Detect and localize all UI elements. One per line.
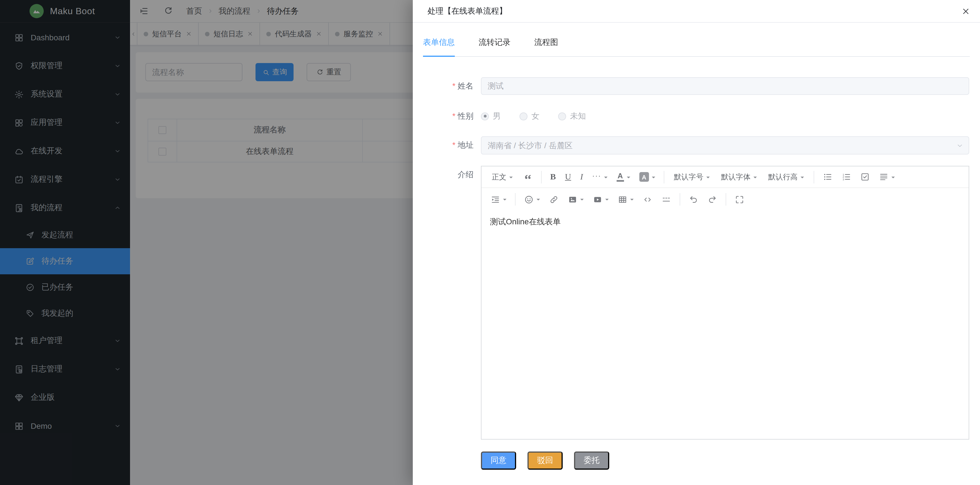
caret-down-icon: [630, 199, 634, 202]
address-cascader[interactable]: 湖南省 / 长沙市 / 岳麓区: [481, 136, 969, 154]
caret-down-icon: [536, 199, 540, 202]
fullscreen-icon: [735, 194, 745, 204]
todo-list-button[interactable]: [856, 170, 874, 184]
caret-down-icon: [605, 199, 609, 202]
insert-video-dropdown[interactable]: [588, 192, 613, 207]
editor-content[interactable]: 测试Online在线表单: [482, 211, 969, 439]
align-icon: [879, 172, 889, 182]
toolbar-divider: [664, 171, 664, 183]
redo-icon: [708, 194, 717, 204]
insert-link-button[interactable]: [544, 192, 563, 207]
caret-down-icon: [509, 177, 513, 180]
undo-icon: [689, 194, 698, 204]
underline-button[interactable]: U: [560, 170, 576, 184]
form-row-address: 地址 湖南省 / 长沙市 / 岳麓区: [413, 136, 980, 154]
caret-down-icon: [627, 177, 630, 180]
toolbar-divider: [679, 193, 680, 205]
chevron-down-icon: [956, 142, 964, 149]
caret-down-icon: [604, 177, 608, 180]
align-dropdown[interactable]: [874, 170, 899, 184]
paragraph-style-dropdown[interactable]: 正文: [486, 170, 519, 184]
form-row-gender: 性别 男 女 未知: [413, 107, 980, 125]
task-drawer: 处理【在线表单流程】 表单信息 流转记录 流程图 姓名 测试 性别 男 女: [413, 0, 980, 485]
insert-table-dropdown[interactable]: [613, 192, 638, 207]
gender-label: 性别: [413, 107, 481, 125]
toolbar-divider: [541, 171, 542, 183]
indent-icon: [490, 194, 500, 204]
todo-list-icon: [860, 172, 870, 182]
fullscreen-button[interactable]: [730, 192, 749, 207]
name-field[interactable]: 测试: [481, 77, 969, 95]
drawer-header: 处理【在线表单流程】: [413, 0, 980, 23]
line-height-dropdown[interactable]: 默认行高: [762, 170, 810, 184]
radio-male[interactable]: 男: [481, 111, 501, 121]
radio-unknown[interactable]: 未知: [558, 111, 586, 121]
bullet-list-button[interactable]: [818, 170, 837, 184]
bullet-list-icon: [823, 172, 832, 182]
numbered-list-icon: [842, 172, 851, 182]
redo-button[interactable]: [703, 192, 722, 207]
drawer-title: 处理【在线表单流程】: [428, 6, 507, 16]
radio-circle: [520, 112, 528, 120]
delegate-button[interactable]: 委托: [574, 452, 609, 470]
font-color-dropdown[interactable]: A: [612, 170, 635, 184]
drawer-tabs: 表单信息 流转记录 流程图: [423, 23, 970, 57]
more-styles-dropdown[interactable]: ···: [588, 170, 612, 184]
tab-form-info[interactable]: 表单信息: [423, 38, 455, 56]
font-size-dropdown[interactable]: 默认字号: [668, 170, 716, 184]
quote-icon: [523, 172, 533, 182]
editor-toolbar-row2: [482, 188, 969, 211]
caret-down-icon: [800, 177, 804, 180]
numbered-list-button[interactable]: [837, 170, 856, 184]
image-icon: [568, 194, 578, 204]
editor-toolbar-row1: 正文 B U I ··· A A 默认字号 默认字体 默认行高: [482, 166, 969, 188]
video-icon: [593, 194, 603, 204]
gender-radio-group: 男 女 未知: [481, 107, 605, 125]
insert-image-dropdown[interactable]: [563, 192, 588, 207]
radio-circle: [558, 112, 566, 120]
app-window: Maku Boot Dashboard 权限管理 系统设置 应用管理: [0, 0, 980, 485]
background-color-dropdown[interactable]: A: [635, 170, 660, 184]
name-label: 姓名: [413, 77, 481, 95]
emoji-icon: [524, 194, 534, 204]
toolbar-divider: [725, 193, 726, 205]
caret-down-icon: [754, 177, 757, 180]
address-label: 地址: [413, 136, 481, 154]
caret-down-icon: [891, 177, 895, 180]
form-row-intro: 介绍 正文 B U I ··· A A 默认字号 默认字体 默认行高: [413, 166, 980, 440]
horizontal-rule-icon: [662, 194, 671, 204]
toolbar-divider: [814, 171, 814, 183]
blockquote-button[interactable]: [519, 170, 537, 184]
divider-button[interactable]: [657, 192, 676, 207]
intro-label: 介绍: [413, 166, 481, 183]
tab-flow-diagram[interactable]: 流程图: [534, 38, 558, 56]
caret-down-icon: [503, 199, 506, 202]
radio-circle-checked: [481, 112, 489, 120]
caret-down-icon: [706, 177, 710, 180]
color-bar: [617, 180, 624, 182]
code-block-button[interactable]: [638, 192, 657, 207]
bold-button[interactable]: B: [546, 170, 560, 184]
rich-text-editor: 正文 B U I ··· A A 默认字号 默认字体 默认行高: [481, 166, 969, 440]
link-icon: [549, 194, 559, 204]
italic-button[interactable]: I: [576, 170, 588, 184]
approve-button[interactable]: 同意: [481, 452, 516, 470]
caret-down-icon: [652, 177, 655, 180]
close-icon[interactable]: [961, 7, 970, 16]
form-row-name: 姓名 测试: [413, 77, 980, 95]
reject-button[interactable]: 驳回: [528, 452, 563, 470]
radio-female[interactable]: 女: [520, 111, 539, 121]
table-icon: [618, 194, 627, 204]
emoji-dropdown[interactable]: [520, 192, 544, 207]
indent-dropdown[interactable]: [486, 192, 511, 207]
toolbar-divider: [515, 193, 515, 205]
tab-flow-records[interactable]: 流转记录: [479, 38, 511, 56]
modal-overlay[interactable]: [0, 0, 413, 485]
font-family-dropdown[interactable]: 默认字体: [716, 170, 762, 184]
code-icon: [643, 194, 652, 204]
caret-down-icon: [580, 199, 584, 202]
drawer-actions: 同意 驳回 委托: [481, 452, 980, 470]
undo-button[interactable]: [684, 192, 703, 207]
